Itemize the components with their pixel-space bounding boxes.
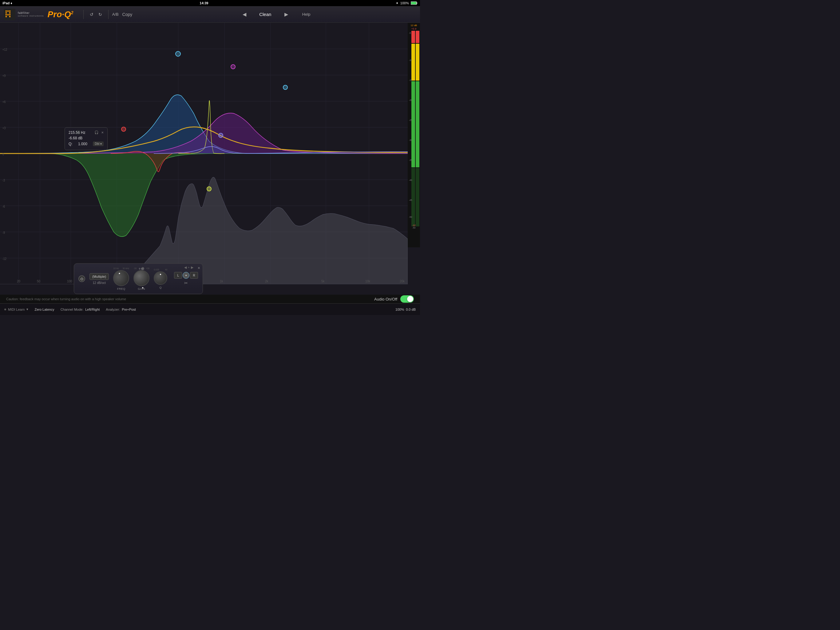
freq-knob[interactable] [111,268,132,288]
eq-node-1[interactable] [175,51,181,57]
redo-button[interactable]: ↻ [96,11,104,18]
svg-text:1k: 1k [220,279,223,283]
toolbar-divider-2 [108,10,109,19]
panel-prev-button[interactable]: ◀ [184,266,186,269]
eq-grid: +12 +9 +6 +3 0 -3 -6 -9 -12 20 50 100 20… [0,23,408,284]
panel-nav: ◀ + ▶ [184,266,193,269]
svg-text:-20: -20 [409,99,412,101]
eq-area[interactable]: +12 +9 +6 +3 0 -3 -6 -9 -12 20 50 100 20… [0,23,408,284]
logo-area: fabfilter software instruments Pro·Q2 [4,9,74,20]
svg-rect-52 [411,31,415,43]
vu-top-label: +2.3 [408,27,419,30]
midi-learn-arrow[interactable]: ▾ [27,307,28,311]
channel-mode-label: Channel Mode: [61,308,84,311]
svg-text:-10: -10 [409,59,412,61]
svg-text:-5: -5 [409,32,411,34]
latency-item: Zero Latency [35,308,54,311]
eq-node-2[interactable] [231,64,235,69]
channel-l-button[interactable]: L [174,272,182,279]
freq-knob-group: 10 Hz 30 kHz FREQ [113,268,129,290]
control-panel: ⏻ (Multiple) 12 dB/oct 10 Hz 30 kHz FREQ… [74,263,203,294]
audio-toggle-switch[interactable] [400,295,414,303]
svg-rect-6 [9,11,11,12]
popup-icons: 🎧 × [95,130,104,135]
ab-label[interactable]: A/B [112,12,119,17]
popup-q-value: 1.000 [78,142,87,146]
svg-text:-15: -15 [409,79,412,81]
q-label: Q [159,286,162,289]
analyzer-value[interactable]: Pre+Post [122,308,136,311]
q-knob[interactable] [154,271,167,285]
eq-node-6[interactable] [218,133,223,138]
logo-icon [4,9,15,20]
preset-prev-button[interactable]: ◀ [241,11,248,18]
svg-rect-59 [416,168,419,226]
power-button[interactable]: ⏻ [78,275,85,282]
vu-db-label: 12 dB [408,24,419,27]
battery-label: 100% [400,1,409,5]
svg-text:+3: +3 [2,126,6,130]
status-right: ✦ 100% [396,1,418,5]
eq-node-3[interactable] [283,85,288,90]
svg-text:2k: 2k [265,279,268,283]
svg-rect-4 [6,11,7,12]
help-button[interactable]: Help [302,12,311,17]
svg-text:-12: -12 [2,257,6,261]
panel-close-button[interactable]: × [198,266,200,271]
channel-mode-item: Channel Mode: Left/Right [61,308,100,311]
audio-toggle-area: Audio On/Off [374,295,414,303]
filter-type-button[interactable]: (Multiple) [90,273,109,280]
channel-row: L ● R [174,272,198,279]
status-left: iPad ♦ [2,1,12,5]
latency-label[interactable]: Zero Latency [35,308,54,311]
svg-rect-57 [416,81,419,167]
svg-rect-12 [6,16,7,17]
eq-popup: 215.56 Hz 🎧 × -6.68 dB Q: 1.000 Dbl ▾ [65,127,107,150]
gain-knob[interactable] [133,270,149,286]
vu-meter-svg: -5 -10 -15 -20 -25 -30 -35 -40 -45 -50 [408,30,420,227]
scissors-icon[interactable]: ✂ [184,280,188,285]
channel-r-button[interactable]: R [190,272,198,279]
midi-learn-button[interactable]: MIDI Learn [8,308,25,311]
q-knob-group: 0.025 40 Q [154,269,167,289]
popup-type-button[interactable]: Dbl ▾ [93,141,104,146]
svg-text:50: 50 [37,279,40,283]
svg-text:-35: -35 [409,159,412,161]
popup-close-button[interactable]: × [101,130,104,135]
channel-buttons: L ● R ✂ [174,272,198,285]
toolbar: fabfilter software instruments Pro·Q2 ↺ … [0,6,420,23]
zoom-value[interactable]: 100% [395,308,404,311]
svg-text:+12: +12 [2,47,7,51]
panel-add-button[interactable]: + [188,266,190,269]
eq-node-5[interactable] [121,127,126,131]
preset-name-label[interactable]: Clean [253,12,278,17]
midi-learn-item: MIDI Learn ▾ [4,307,28,311]
svg-text:0: 0 [2,152,4,156]
svg-rect-11 [9,14,11,15]
eq-node-7[interactable] [207,187,212,192]
audio-toggle-label: Audio On/Off [374,297,397,301]
svg-text:5k: 5k [321,279,325,283]
svg-text:-30: -30 [409,139,412,141]
svg-text:-40: -40 [409,179,412,181]
svg-rect-55 [416,44,419,81]
copy-button[interactable]: Copy [120,11,135,18]
undo-button[interactable]: ↺ [87,11,96,18]
ipad-label: iPad ♦ [2,1,12,5]
preset-next-button[interactable]: ▶ [283,11,290,18]
svg-text:20: 20 [17,279,20,283]
bluetooth-icon: ✦ [396,1,398,5]
gear-icon[interactable]: ⚙ [141,266,145,271]
svg-text:-9: -9 [2,231,5,234]
svg-text:+9: +9 [2,74,6,78]
svg-rect-1 [417,2,417,4]
slope-button[interactable]: 12 dB/oct [93,281,106,285]
channel-mode-value[interactable]: Left/Right [85,308,99,311]
gain-value: 0.0 dB [406,308,416,311]
panel-next-button[interactable]: ▶ [191,266,193,269]
svg-text:20k: 20k [400,279,405,283]
svg-rect-9 [6,14,7,15]
popup-headphone-icon[interactable]: 🎧 [95,130,99,135]
svg-rect-54 [411,44,415,81]
channel-stereo-button[interactable]: ● [183,272,189,279]
